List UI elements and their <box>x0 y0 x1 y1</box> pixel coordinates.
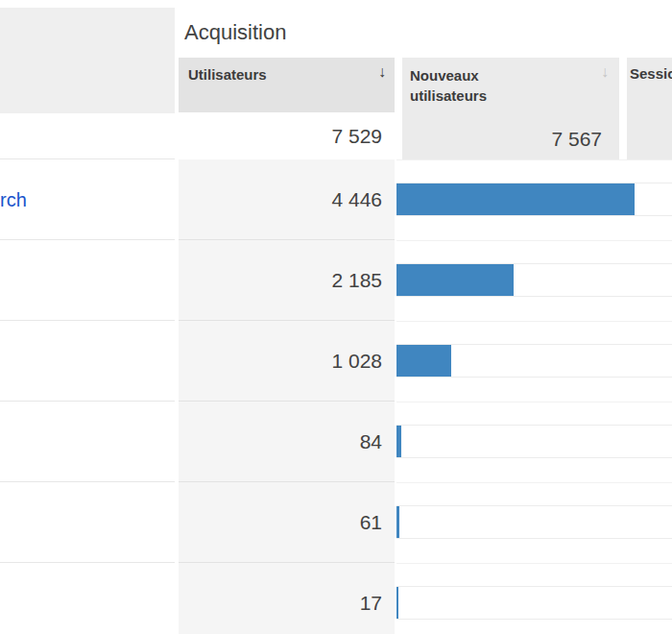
bar-track <box>396 425 672 458</box>
dimension-cell <box>0 482 175 563</box>
bar-cell <box>396 563 672 634</box>
bar-cell <box>396 402 672 482</box>
dimension-cell <box>0 563 175 634</box>
users-total: 7 529 <box>179 112 395 159</box>
bar-track <box>396 505 672 539</box>
totals-row-dimension-cell <box>0 113 175 159</box>
column-header-sessions[interactable]: Sessions <box>627 58 672 159</box>
analytics-acquisition-table: Acquisition Utilisateurs ↓ Nouveaux util… <box>0 0 672 634</box>
left-panel-header <box>0 8 175 113</box>
bar-cell <box>396 321 672 402</box>
bar-cell <box>396 482 672 563</box>
new-users-bar <box>396 345 451 377</box>
bar-cell <box>396 159 672 240</box>
column-header-utilisateurs-label: Utilisateurs <box>188 66 267 83</box>
new-users-total: 7 567 <box>551 128 602 151</box>
new-users-bar <box>396 587 398 619</box>
dimension-cell: rch <box>0 159 175 240</box>
column-header-nouveaux-utilisateurs[interactable]: Nouveaux utilisateurs ↓ 7 567 <box>402 58 619 159</box>
dimension-cell <box>0 321 175 402</box>
new-users-bar <box>396 426 401 457</box>
dimension-cell <box>0 402 175 482</box>
column-header-utilisateurs[interactable]: Utilisateurs ↓ <box>179 58 395 112</box>
new-users-bar <box>396 264 514 296</box>
users-value-cell: 61 <box>179 482 395 563</box>
dimension-link[interactable]: rch <box>0 188 27 210</box>
users-value-cell: 1 028 <box>179 321 395 402</box>
bar-track <box>396 586 672 620</box>
column-header-nouveaux-utilisateurs-label: Nouveaux utilisateurs <box>410 65 554 106</box>
column-header-sessions-label: Sessions <box>630 65 672 82</box>
new-users-bar <box>396 183 635 215</box>
new-users-bar <box>396 506 399 538</box>
users-value-cell: 84 <box>179 402 395 482</box>
sort-descending-icon[interactable]: ↓ <box>378 63 386 81</box>
users-value-cell: 17 <box>179 563 395 634</box>
dimension-cell <box>0 240 175 321</box>
page-title: Acquisition <box>184 20 286 45</box>
bar-cell <box>396 240 672 321</box>
sort-icon[interactable]: ↓ <box>601 63 609 81</box>
users-value-cell: 2 185 <box>179 240 395 321</box>
users-value-cell: 4 446 <box>179 159 395 240</box>
